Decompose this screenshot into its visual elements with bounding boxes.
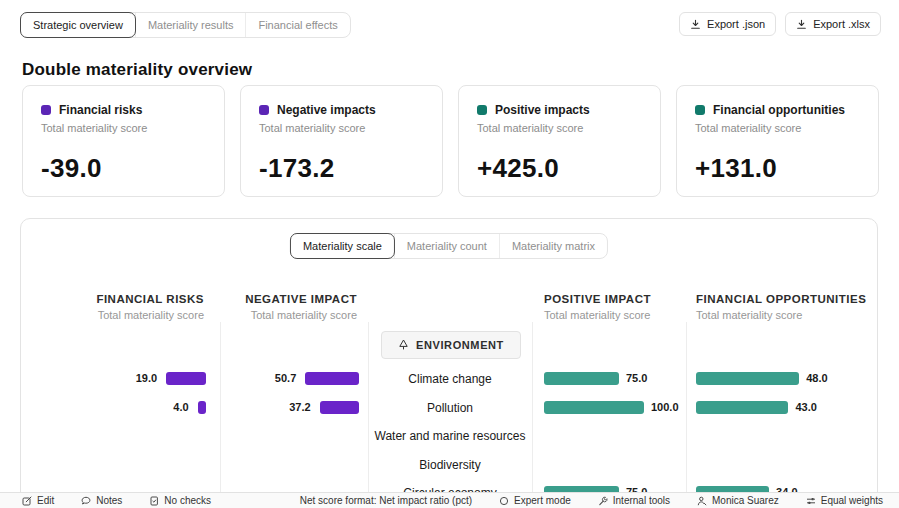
card-label: Positive impacts	[495, 103, 590, 117]
user-icon	[697, 496, 707, 506]
card-value: -173.2	[259, 153, 424, 184]
notes-icon	[81, 496, 91, 506]
category-label: Pollution	[368, 401, 532, 415]
environment-group-header[interactable]: ENVIRONMENT	[381, 331, 521, 359]
top-bar: Strategic overview Materiality results F…	[20, 12, 881, 38]
export-buttons: Export .json Export .xlsx	[679, 12, 881, 36]
internal-tools-button[interactable]: Internal tools	[598, 495, 670, 506]
materiality-bar	[544, 401, 644, 414]
card-financial-risks: Financial risks Total materiality score …	[22, 85, 225, 197]
column-divider	[532, 322, 533, 508]
card-positive-impacts: Positive impacts Total materiality score…	[458, 85, 661, 197]
category-label: Water and marine resources	[368, 429, 532, 443]
user-menu[interactable]: Monica Suarez	[697, 495, 779, 506]
card-sublabel: Total materiality score	[41, 122, 206, 134]
download-icon	[796, 19, 807, 30]
export-json-button[interactable]: Export .json	[679, 12, 776, 36]
column-divider	[220, 322, 221, 508]
bar-value-label: 100.0	[651, 401, 679, 414]
circle-icon	[499, 496, 509, 506]
category-label: Biodiversity	[368, 458, 532, 472]
download-icon	[690, 19, 701, 30]
column-header-financial-risks: FINANCIAL RISKS Total materiality score	[96, 293, 204, 321]
bar-value-label: 75.0	[626, 372, 647, 385]
materiality-bar	[544, 372, 619, 385]
financial-opportunities-color-dot	[695, 105, 705, 115]
no-checks-button[interactable]: No checks	[149, 495, 211, 506]
export-xlsx-label: Export .xlsx	[813, 18, 870, 30]
card-label: Financial opportunities	[713, 103, 845, 117]
card-sublabel: Total materiality score	[259, 122, 424, 134]
card-financial-opportunities: Financial opportunities Total materialit…	[676, 85, 879, 197]
negative-impacts-color-dot	[259, 105, 269, 115]
column-divider	[686, 322, 687, 508]
materiality-bar	[198, 401, 206, 414]
column-divider	[368, 322, 369, 508]
equal-weights-button[interactable]: Equal weights	[806, 495, 883, 506]
bar-value-label: 48.0	[806, 372, 827, 385]
export-json-label: Export .json	[707, 18, 765, 30]
materiality-bar	[166, 372, 206, 385]
tab-financial-effects[interactable]: Financial effects	[245, 13, 349, 37]
expert-mode-toggle[interactable]: Expert mode	[499, 495, 571, 506]
materiality-scale-chart: FINANCIAL RISKS Total materiality score …	[21, 219, 877, 508]
page-title: Double materiality overview	[22, 60, 252, 80]
edit-button[interactable]: Edit	[22, 495, 54, 506]
card-sublabel: Total materiality score	[695, 122, 860, 134]
category-label: Climate change	[368, 372, 532, 386]
card-value: +425.0	[477, 153, 642, 184]
card-sublabel: Total materiality score	[477, 122, 642, 134]
materiality-panel: Materiality scale Materiality count Mate…	[20, 218, 878, 508]
view-tabs: Strategic overview Materiality results F…	[20, 12, 351, 38]
edit-icon	[22, 496, 32, 506]
materiality-bar	[696, 372, 799, 385]
export-xlsx-button[interactable]: Export .xlsx	[785, 12, 881, 36]
positive-impacts-color-dot	[477, 105, 487, 115]
materiality-bar	[320, 401, 359, 414]
materiality-bar	[305, 372, 359, 385]
tree-icon	[398, 339, 409, 351]
notes-button[interactable]: Notes	[81, 495, 122, 506]
tab-materiality-results[interactable]: Materiality results	[135, 13, 246, 37]
column-header-positive-impact: POSITIVE IMPACT Total materiality score	[544, 293, 651, 321]
tools-icon	[598, 496, 608, 506]
app-screen: Strategic overview Materiality results F…	[0, 0, 899, 508]
bar-value-label: 37.2	[289, 401, 310, 414]
card-label: Negative impacts	[277, 103, 376, 117]
materiality-bar	[696, 401, 788, 414]
bar-value-label: 43.0	[795, 401, 816, 414]
sliders-icon	[806, 496, 816, 506]
column-header-negative-impact: NEGATIVE IMPACT Total materiality score	[245, 293, 357, 321]
bar-value-label: 4.0	[173, 401, 188, 414]
checks-icon	[149, 496, 159, 506]
status-bar: Edit Notes No checks Net score format: N…	[0, 492, 899, 508]
net-score-format-label: Net score format: Net impact ratio (pct)	[300, 495, 472, 506]
summary-cards: Financial risks Total materiality score …	[22, 85, 879, 197]
column-header-financial-opportunities: FINANCIAL OPPORTUNITIES Total materialit…	[696, 293, 866, 321]
card-label: Financial risks	[59, 103, 142, 117]
card-value: -39.0	[41, 153, 206, 184]
card-value: +131.0	[695, 153, 860, 184]
bar-value-label: 50.7	[275, 372, 296, 385]
environment-label: ENVIRONMENT	[416, 339, 504, 351]
bar-value-label: 19.0	[136, 372, 157, 385]
card-negative-impacts: Negative impacts Total materiality score…	[240, 85, 443, 197]
tab-strategic-overview[interactable]: Strategic overview	[20, 12, 136, 38]
financial-risks-color-dot	[41, 105, 51, 115]
